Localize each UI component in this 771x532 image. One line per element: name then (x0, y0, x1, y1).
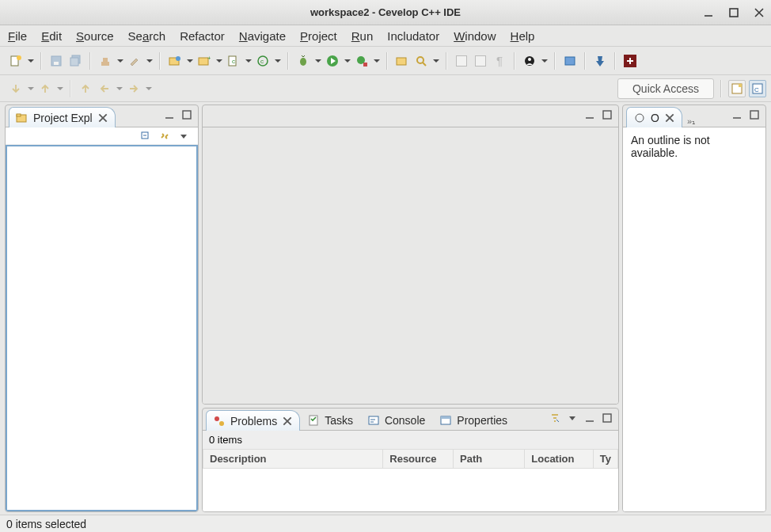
profile-icon[interactable] (354, 53, 370, 69)
debug-icon[interactable] (295, 53, 311, 69)
minimize-view-icon[interactable] (163, 108, 176, 121)
maximize-view-icon[interactable] (748, 108, 761, 121)
editor-body[interactable] (203, 127, 618, 404)
menu-includator[interactable]: Includator (387, 29, 439, 43)
menu-window[interactable]: Window (454, 29, 496, 43)
search-icon[interactable] (413, 53, 429, 69)
collapse-all-icon[interactable] (139, 130, 152, 142)
menu-navigate[interactable]: Navigate (239, 29, 286, 43)
save-icon[interactable] (48, 53, 64, 69)
minimize-view-icon[interactable] (583, 412, 596, 424)
new-source-icon[interactable]: c (226, 53, 241, 69)
toggle-block-icon[interactable] (473, 53, 488, 69)
problems-tab[interactable]: Problems (206, 410, 300, 431)
window-close-button[interactable] (754, 7, 765, 18)
cevelop-icon[interactable] (622, 53, 638, 69)
nav-down-icon[interactable] (8, 81, 24, 97)
cpp-perspective-button[interactable]: C (749, 80, 766, 97)
profile-dropdown[interactable] (373, 53, 380, 69)
new-source-dropdown[interactable] (245, 53, 252, 69)
build-dropdown[interactable] (116, 53, 123, 69)
nav-fwd-icon[interactable] (126, 81, 142, 97)
maximize-view-icon[interactable] (180, 108, 193, 121)
filter-icon[interactable] (549, 412, 561, 424)
col-description[interactable]: Description (203, 450, 383, 469)
svg-rect-4 (54, 62, 59, 65)
project-explorer-tree[interactable] (6, 145, 198, 511)
nav-fwd-dropdown[interactable] (145, 81, 152, 97)
run-dropdown[interactable] (344, 53, 351, 69)
window-minimize-button[interactable] (703, 7, 714, 18)
new-icon[interactable] (8, 53, 24, 69)
problems-body[interactable] (203, 469, 618, 511)
user-dropdown[interactable] (541, 53, 548, 69)
user-icon[interactable] (522, 53, 537, 69)
svg-text:c: c (232, 58, 235, 65)
menu-search[interactable]: Search (128, 29, 166, 43)
new-class-dropdown[interactable] (274, 53, 281, 69)
nav-last-icon[interactable] (78, 81, 93, 97)
col-resource[interactable]: Resource (383, 450, 454, 469)
view-menu-icon[interactable] (566, 412, 579, 424)
menu-refactor[interactable]: Refactor (180, 29, 225, 43)
new-folder-dropdown[interactable] (215, 53, 222, 69)
menu-help[interactable]: Help (511, 29, 535, 43)
new-folder-icon[interactable]: + (196, 53, 212, 69)
run-icon[interactable] (325, 53, 340, 69)
minimize-view-icon[interactable] (583, 108, 596, 121)
tasks-tab[interactable]: Tasks (300, 409, 360, 430)
new-dropdown[interactable] (27, 53, 34, 69)
col-type[interactable]: Ty (593, 450, 617, 469)
nav-up-dropdown[interactable] (56, 81, 63, 97)
project-explorer-tab-label: Project Expl (33, 112, 93, 124)
svg-rect-33 (183, 111, 191, 119)
close-icon[interactable] (282, 416, 293, 427)
svg-rect-21 (397, 58, 406, 65)
nav-down-dropdown[interactable] (27, 81, 34, 97)
hammer-icon[interactable] (127, 53, 142, 69)
outline-tab[interactable]: O (626, 107, 682, 127)
project-explorer-tab[interactable]: Project Expl (9, 107, 116, 127)
search-dropdown[interactable] (432, 53, 439, 69)
link-editor-icon[interactable] (158, 130, 171, 142)
open-type-icon[interactable] (394, 53, 410, 69)
maximize-view-icon[interactable] (601, 412, 613, 424)
menu-project[interactable]: Project (300, 29, 337, 43)
svg-rect-0 (730, 9, 738, 17)
menu-file[interactable]: File (8, 29, 27, 43)
problems-table[interactable]: Description Resource Path Location Ty (203, 449, 618, 469)
hammer-dropdown[interactable] (146, 53, 153, 69)
task-icon[interactable] (562, 53, 578, 69)
properties-tab[interactable]: Properties (432, 409, 515, 430)
save-all-icon[interactable] (67, 53, 83, 69)
window-maximize-button[interactable] (728, 7, 739, 18)
build-icon[interactable] (97, 53, 113, 69)
menu-run[interactable]: Run (351, 29, 374, 43)
close-icon[interactable] (664, 112, 675, 124)
paragraph-icon[interactable]: ¶ (492, 53, 507, 69)
tasks-tab-label: Tasks (325, 414, 353, 427)
open-perspective-button[interactable] (728, 80, 746, 97)
outline-view: O »₁ An outline is not available. (622, 104, 766, 512)
menu-source[interactable]: Source (76, 29, 114, 43)
col-path[interactable]: Path (454, 450, 525, 469)
console-tab[interactable]: Console (360, 409, 432, 430)
new-cproject-dropdown[interactable] (186, 53, 193, 69)
col-location[interactable]: Location (525, 450, 594, 469)
window-titlebar: workspace2 - Cevelop C++ IDE (0, 0, 771, 25)
nav-back-icon[interactable] (97, 81, 112, 97)
overflow-tabs-icon[interactable]: »₁ (687, 116, 695, 127)
nav-up-icon[interactable] (37, 81, 53, 97)
nav-back-dropdown[interactable] (116, 81, 123, 97)
debug-dropdown[interactable] (314, 53, 321, 69)
maximize-view-icon[interactable] (601, 108, 613, 121)
minimize-view-icon[interactable] (731, 108, 743, 121)
quick-access-field[interactable]: Quick Access (617, 78, 714, 99)
menu-edit[interactable]: Edit (41, 29, 62, 43)
new-class-icon[interactable]: c (255, 53, 271, 69)
view-menu-icon[interactable] (177, 130, 190, 142)
new-cproject-icon[interactable] (167, 53, 183, 69)
toggle-mark-icon[interactable] (454, 53, 469, 69)
close-icon[interactable] (97, 112, 108, 124)
pin-icon[interactable] (592, 53, 608, 69)
